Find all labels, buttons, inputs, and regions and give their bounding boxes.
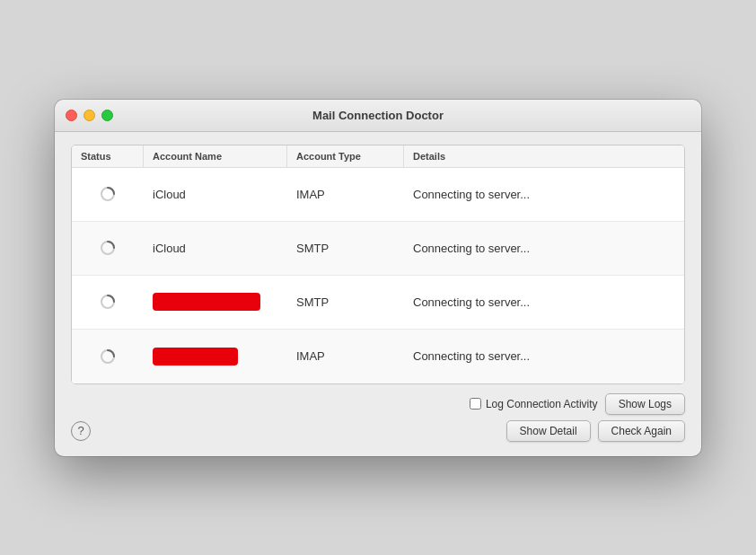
col-header-status: Status bbox=[72, 145, 144, 167]
spinner-icon-3 bbox=[100, 294, 116, 310]
action-buttons: Show Detail Check Again bbox=[506, 420, 685, 442]
spinner-icon-1 bbox=[100, 186, 116, 202]
show-detail-button[interactable]: Show Detail bbox=[506, 420, 591, 442]
spinner-icon-2 bbox=[100, 240, 116, 256]
col-header-account-type: Account Type bbox=[287, 145, 404, 167]
window-title: Mail Connection Doctor bbox=[312, 109, 444, 122]
maximize-button[interactable] bbox=[101, 110, 113, 121]
mail-connection-doctor-window: Mail Connection Doctor Status Account Na… bbox=[55, 100, 701, 456]
redacted-account-name-4 bbox=[153, 348, 238, 366]
log-activity-label[interactable]: Log Connection Activity bbox=[470, 398, 598, 410]
minimize-button[interactable] bbox=[84, 110, 95, 121]
col-header-account-name: Account Name bbox=[144, 145, 287, 167]
details-cell-3: Connecting to server... bbox=[404, 286, 684, 318]
status-cell-1 bbox=[72, 177, 144, 211]
traffic-lights bbox=[66, 110, 113, 121]
table-row: iCloud IMAP Connecting to server... bbox=[72, 168, 684, 222]
help-button[interactable]: ? bbox=[71, 421, 91, 441]
redacted-account-name-3 bbox=[153, 293, 260, 311]
table-header: Status Account Name Account Type Details bbox=[72, 145, 684, 168]
spinner-icon-4 bbox=[100, 348, 116, 365]
account-type-cell-2: SMTP bbox=[287, 233, 404, 264]
account-name-cell-2: iCloud bbox=[144, 233, 287, 264]
details-cell-2: Connecting to server... bbox=[404, 233, 684, 264]
account-name-cell-3 bbox=[144, 284, 287, 320]
details-cell-4: Connecting to server... bbox=[404, 340, 684, 372]
show-logs-button[interactable]: Show Logs bbox=[605, 393, 685, 415]
account-type-cell-1: IMAP bbox=[287, 179, 404, 210]
table-row: SMTP Connecting to server... bbox=[72, 276, 684, 330]
action-row: ? Show Detail Check Again bbox=[71, 420, 685, 442]
titlebar: Mail Connection Doctor bbox=[55, 100, 701, 132]
table-row: iCloud SMTP Connecting to server... bbox=[72, 222, 684, 276]
details-cell-1: Connecting to server... bbox=[404, 179, 684, 210]
account-type-cell-3: SMTP bbox=[287, 286, 404, 318]
account-name-cell-4 bbox=[144, 339, 287, 374]
log-activity-checkbox[interactable] bbox=[470, 398, 481, 410]
account-type-cell-4: IMAP bbox=[287, 340, 404, 372]
connection-table: Status Account Name Account Type Details bbox=[71, 145, 685, 384]
log-activity-row: Log Connection Activity Show Logs bbox=[71, 393, 685, 415]
col-header-details: Details bbox=[404, 145, 684, 167]
table-body: iCloud IMAP Connecting to server... bbox=[72, 168, 684, 383]
table-row: IMAP Connecting to server... bbox=[72, 330, 684, 383]
status-cell-4 bbox=[72, 339, 144, 374]
close-button[interactable] bbox=[66, 110, 77, 121]
status-cell-3 bbox=[72, 285, 144, 319]
account-name-cell-1: iCloud bbox=[144, 179, 287, 210]
status-cell-2 bbox=[72, 231, 144, 265]
check-again-button[interactable]: Check Again bbox=[598, 420, 685, 442]
window-content: Status Account Name Account Type Details bbox=[55, 132, 701, 456]
